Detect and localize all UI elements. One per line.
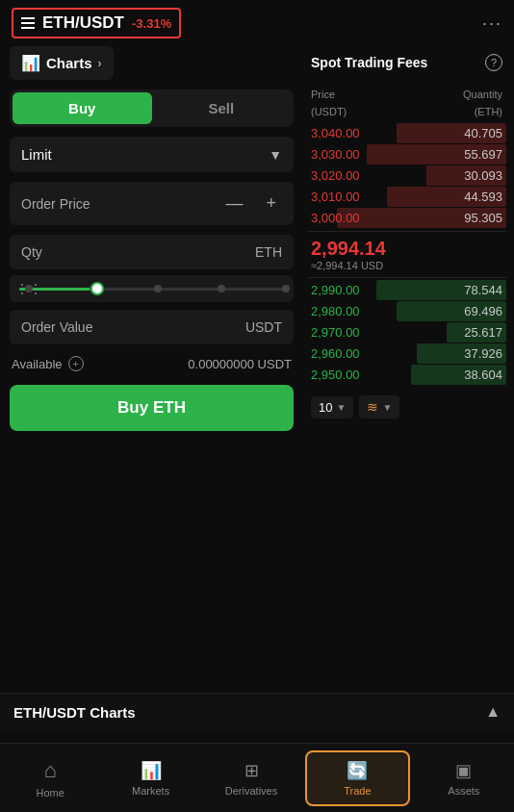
price-column-header: Price (USDT)	[311, 85, 347, 119]
buy-price: 2,980.00	[311, 304, 360, 318]
order-value-unit: USDT	[245, 319, 282, 335]
trading-pair: ETH/USDT	[42, 13, 124, 33]
sell-price: 3,020.00	[311, 168, 360, 183]
mid-price-usd: ≈2,994.14 USD	[311, 260, 502, 271]
charts-button-label: Charts	[46, 55, 92, 71]
buy-qty: 78.544	[464, 283, 502, 297]
nav-item-home[interactable]: ⌂ Home	[0, 750, 100, 806]
trade-left-panel: 📊 Charts › Buy Sell Limit ▼ Order Price …	[0, 46, 303, 693]
bottom-navigation: ⌂ Home 📊 Markets ⊞ Derivatives 🔄 Trade ▣…	[0, 743, 514, 812]
buy-qty: 69.496	[464, 304, 502, 318]
more-options-icon[interactable]: ···	[482, 13, 502, 34]
orderbook-view-selector[interactable]: ≋ ▼	[359, 395, 399, 419]
pair-selector[interactable]: ETH/USDT -3.31%	[12, 8, 181, 38]
buy-orders-list: 2,990.00 78.544 2,980.00 69.496 2,970.00…	[307, 280, 506, 386]
add-funds-button[interactable]: +	[68, 356, 84, 371]
quantity-slider-container: ⋮⋮	[10, 275, 294, 302]
orderbook-header: Spot Trading Fees ?	[307, 46, 506, 79]
dropdown-arrow-icon: ▼	[269, 147, 282, 163]
sell-order-row[interactable]: 3,010.00 44.593	[307, 187, 506, 207]
price-change: -3.31%	[132, 16, 171, 31]
sell-qty: 30.093	[464, 168, 502, 183]
assets-icon: ▣	[455, 760, 472, 781]
nav-item-assets[interactable]: ▣ Assets	[414, 752, 514, 804]
main-area: 📊 Charts › Buy Sell Limit ▼ Order Price …	[0, 46, 514, 693]
slider-stop-50	[154, 285, 162, 292]
sell-qty: 55.697	[464, 147, 502, 162]
qty-label: Qty	[21, 244, 42, 260]
sell-order-row[interactable]: 3,000.00 95.305	[307, 208, 506, 228]
orderbook-column-headers: Price (USDT) Quantity (ETH)	[307, 83, 506, 121]
buy-price: 2,950.00	[311, 368, 360, 382]
buy-tab[interactable]: Buy	[13, 92, 152, 124]
sell-qty: 95.305	[464, 211, 502, 225]
nav-label-assets: Assets	[448, 785, 479, 797]
slider-stop-0	[25, 285, 33, 292]
buy-price: 2,970.00	[311, 325, 360, 340]
available-label-group: Available +	[12, 356, 84, 371]
hamburger-icon	[21, 17, 35, 29]
nav-item-markets[interactable]: 📊 Markets	[100, 752, 200, 804]
sell-price: 3,010.00	[311, 190, 360, 204]
buy-order-row[interactable]: 2,970.00 25.617	[307, 322, 506, 343]
qty-unit: ETH	[255, 244, 282, 260]
buy-order-row[interactable]: 2,960.00 37.926	[307, 343, 506, 364]
order-type-selector[interactable]: Limit ▼	[10, 137, 294, 172]
home-icon: ⌂	[44, 758, 57, 783]
buy-price: 2,960.00	[311, 346, 360, 361]
quantity-field[interactable]: Qty ETH	[10, 235, 294, 269]
price-decrease-button[interactable]: —	[219, 191, 248, 216]
available-value: 0.00000000 USDT	[188, 357, 292, 371]
slider-stop-75	[218, 285, 225, 292]
nav-label-derivatives: Derivatives	[225, 785, 277, 797]
nav-item-derivatives[interactable]: ⊞ Derivatives	[201, 752, 301, 804]
buy-sell-tabs: Buy Sell	[10, 89, 294, 127]
orderbook-view-icon: ≋	[367, 399, 378, 415]
charts-bar: ETH/USDT Charts ▲	[0, 693, 514, 730]
price-controls: — +	[219, 191, 282, 216]
orderbook-panel: Spot Trading Fees ? Price (USDT) Quantit…	[303, 46, 514, 693]
nav-item-trade[interactable]: 🔄 Trade	[305, 750, 409, 806]
chart-bar-icon: 📊	[21, 54, 40, 72]
sell-order-row[interactable]: 3,030.00 55.697	[307, 144, 506, 165]
available-balance-row: Available + 0.00000000 USDT	[10, 352, 294, 375]
slider-stops	[19, 285, 296, 292]
trade-icon: 🔄	[347, 760, 368, 781]
sell-price: 3,030.00	[311, 147, 360, 162]
available-label: Available	[12, 357, 63, 371]
collapse-icon[interactable]: ▲	[485, 703, 501, 721]
mid-price-row: 2,994.14 ≈2,994.14 USD	[307, 231, 506, 278]
sell-order-row[interactable]: 3,040.00 40.705	[307, 123, 506, 143]
buy-submit-button[interactable]: Buy ETH	[10, 385, 294, 431]
buy-qty: 25.617	[464, 325, 502, 340]
spot-fees-title: Spot Trading Fees	[311, 55, 427, 70]
sell-orders-list: 3,040.00 40.705 3,030.00 55.697 3,020.00…	[307, 123, 506, 229]
charts-button[interactable]: 📊 Charts ›	[10, 46, 114, 80]
chevron-right-icon: ›	[98, 57, 102, 70]
order-price-field: Order Price — +	[10, 182, 294, 225]
nav-label-trade: Trade	[344, 785, 371, 797]
buy-order-row[interactable]: 2,950.00 38.604	[307, 365, 506, 385]
nav-label-home: Home	[37, 787, 64, 799]
order-price-label: Order Price	[21, 196, 90, 212]
sell-price: 3,040.00	[311, 126, 360, 140]
depth-value: 10	[319, 400, 332, 415]
buy-qty: 37.926	[464, 346, 502, 361]
buy-order-row[interactable]: 2,980.00 69.496	[307, 301, 506, 321]
buy-order-row[interactable]: 2,990.00 78.544	[307, 280, 506, 300]
qty-column-header: Quantity (ETH)	[463, 85, 502, 119]
depth-selector[interactable]: 10 ▼	[311, 396, 353, 419]
sell-qty: 40.705	[464, 126, 502, 140]
sell-qty: 44.593	[464, 190, 502, 204]
sell-price: 3,000.00	[311, 211, 360, 225]
sell-tab[interactable]: Sell	[152, 92, 292, 124]
help-icon[interactable]: ?	[485, 54, 502, 71]
slider-thumb[interactable]	[90, 282, 104, 295]
charts-bar-title: ETH/USDT Charts	[13, 704, 136, 721]
buy-qty: 38.604	[464, 368, 502, 382]
order-value-field[interactable]: Order Value USDT	[10, 310, 294, 344]
slider-track[interactable]: ⋮⋮	[13, 279, 290, 298]
price-increase-button[interactable]: +	[260, 191, 282, 216]
order-value-label: Order Value	[21, 319, 92, 335]
sell-order-row[interactable]: 3,020.00 30.093	[307, 165, 506, 186]
